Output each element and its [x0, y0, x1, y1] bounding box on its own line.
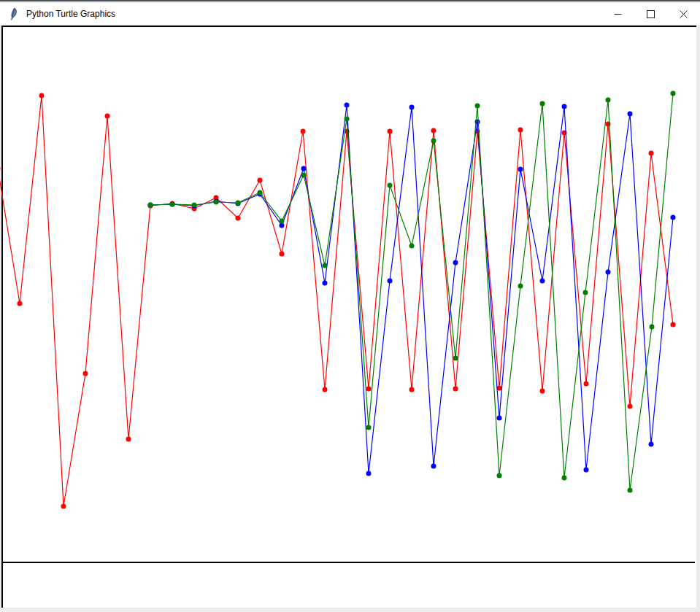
title-bar: Python Turtle Graphics: [0, 3, 700, 25]
turtle-canvas[interactable]: [1, 26, 696, 608]
minimize-icon: [614, 10, 622, 18]
close-icon: [680, 10, 688, 18]
minimize-button[interactable]: [601, 3, 634, 25]
close-button[interactable]: [667, 3, 700, 25]
series-red-marker: [0, 166, 1, 171]
maximize-button[interactable]: [634, 3, 667, 25]
maximize-icon: [647, 10, 655, 18]
window-title: Python Turtle Graphics: [26, 9, 115, 19]
turtle-graphics-window: Python Turtle Graphics: [0, 0, 700, 612]
tk-feather-icon: [8, 7, 20, 20]
